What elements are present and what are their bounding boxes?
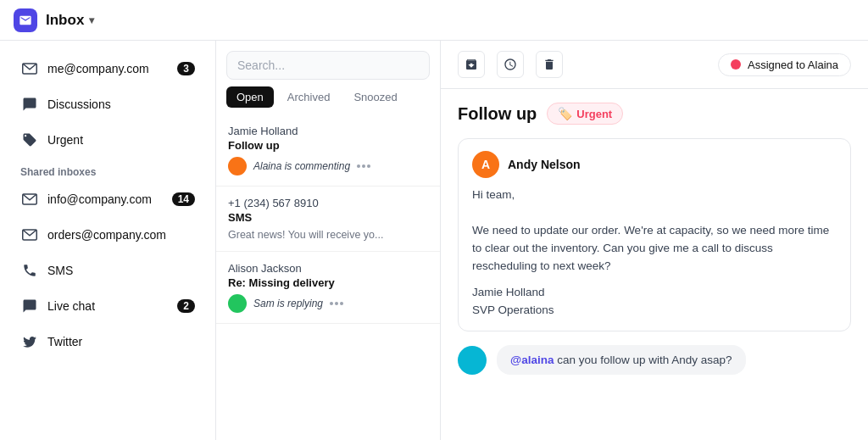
sender-row: A Andy Nelson: [472, 151, 837, 178]
mail-icon-2: [20, 190, 39, 209]
assigned-badge[interactable]: Assigned to Alaina: [718, 53, 851, 76]
status-avatar: [228, 157, 247, 175]
sidebar-badge-info-email: 14: [172, 192, 195, 206]
sidebar-label-urgent: Urgent: [47, 133, 195, 147]
sidebar-item-orders-email[interactable]: orders@company.com: [7, 218, 209, 252]
assigned-dot: [731, 59, 741, 70]
detail-subject: Follow up: [458, 104, 537, 124]
mail-icon: [20, 59, 39, 78]
delete-button[interactable]: [536, 51, 563, 78]
message-content: We need to update our order. We're at ca…: [472, 222, 837, 276]
message-list: A Andy Nelson Hi team, We need to update…: [441, 131, 868, 440]
conv-status-row: Alaina is commenting: [228, 157, 428, 175]
tab-archived[interactable]: Archived: [277, 86, 341, 108]
list-item[interactable]: +1 (234) 567 8910 SMS Great news! You wi…: [216, 187, 440, 252]
detail-header: Follow up 🏷️ Urgent: [441, 89, 868, 131]
main-layout: me@company.com 3 Discussions Urgent Shar…: [0, 41, 868, 440]
status-text: Alaina is commenting: [253, 160, 350, 172]
reply-text: @alaina can you follow up with Andy asap…: [497, 345, 746, 375]
search-container: [216, 41, 440, 86]
archive-button[interactable]: [458, 51, 485, 78]
tab-open[interactable]: Open: [226, 86, 274, 108]
conv-from: +1 (234) 567 8910: [228, 197, 428, 209]
list-item[interactable]: Alison Jackson Re: Missing delivery Sam …: [216, 252, 440, 324]
inbox-title[interactable]: Inbox ▾: [46, 12, 94, 29]
shared-inboxes-label: Shared inboxes: [0, 158, 215, 181]
filter-tabs: Open Archived Snoozed: [216, 86, 440, 114]
detail-toolbar: Assigned to Alaina: [441, 41, 868, 89]
tag-icon: [20, 131, 39, 149]
inbox-title-text: Inbox: [46, 12, 84, 29]
urgent-badge: 🏷️ Urgent: [547, 103, 623, 125]
sidebar-badge-live-chat: 2: [177, 299, 195, 313]
message-body: Hi team, We need to update our order. We…: [472, 187, 837, 319]
urgent-label: Urgent: [576, 108, 612, 120]
typing-dots: [357, 164, 370, 168]
list-item[interactable]: Jamie Holland Follow up Alaina is commen…: [216, 114, 440, 187]
sidebar-item-twitter[interactable]: Twitter: [7, 325, 209, 359]
sidebar-item-info-email[interactable]: info@company.com 14: [7, 182, 209, 216]
detail-panel: Assigned to Alaina Follow up 🏷️ Urgent A…: [441, 41, 868, 440]
sidebar-item-live-chat[interactable]: Live chat 2: [7, 289, 209, 323]
conversation-list: Jamie Holland Follow up Alaina is commen…: [216, 114, 440, 440]
message-greeting: Hi team,: [472, 187, 837, 204]
conv-from: Alison Jackson: [228, 262, 428, 275]
sidebar-label-live-chat: Live chat: [47, 299, 177, 313]
live-chat-icon: [20, 297, 39, 315]
search-input[interactable]: [226, 51, 430, 80]
conv-status-row: Sam is replying: [228, 294, 428, 313]
message-signature: Jamie Holland SVP Operations: [472, 284, 837, 320]
sidebar-label-sms: SMS: [47, 264, 195, 277]
reply-mention: @alaina: [510, 354, 554, 366]
urgent-icon: 🏷️: [558, 107, 572, 120]
status-text-2: Sam is replying: [253, 298, 323, 309]
sidebar-badge-me-email: 3: [177, 62, 195, 75]
sidebar-item-discussions[interactable]: Discussions: [7, 87, 209, 121]
chat-icon: [20, 95, 39, 114]
conv-preview: Great news! You will receive yo...: [228, 229, 428, 241]
sidebar-label-info-email: info@company.com: [47, 192, 172, 206]
sender-name: Andy Nelson: [508, 158, 581, 171]
sidebar-label-me-email: me@company.com: [47, 62, 177, 75]
sidebar-item-sms[interactable]: SMS: [7, 253, 209, 287]
typing-dots-2: [330, 302, 343, 305]
message-card: A Andy Nelson Hi team, We need to update…: [458, 138, 851, 331]
tab-snoozed[interactable]: Snoozed: [343, 86, 407, 108]
signature-name: Jamie Holland: [472, 284, 837, 302]
twitter-icon: [20, 332, 39, 351]
mail-icon-3: [20, 226, 39, 244]
conv-subject: SMS: [228, 211, 428, 224]
chevron-down-icon: ▾: [89, 14, 94, 26]
reply-avatar: [458, 346, 487, 375]
phone-icon: [20, 261, 39, 280]
sidebar-item-me-email[interactable]: me@company.com 3: [7, 52, 209, 86]
sidebar-item-urgent[interactable]: Urgent: [7, 123, 209, 157]
snooze-button[interactable]: [497, 51, 524, 78]
app-header: Inbox ▾: [0, 0, 868, 41]
conversation-panel: Open Archived Snoozed Jamie Holland Foll…: [216, 41, 441, 440]
sidebar-label-twitter: Twitter: [47, 335, 195, 348]
conv-subject: Follow up: [228, 139, 428, 152]
sidebar: me@company.com 3 Discussions Urgent Shar…: [0, 41, 216, 440]
sender-avatar: A: [472, 151, 499, 178]
reply-bubble: @alaina can you follow up with Andy asap…: [458, 342, 851, 378]
reply-content: can you follow up with Andy asap?: [557, 354, 732, 366]
conv-from: Jamie Holland: [228, 125, 428, 137]
sidebar-label-discussions: Discussions: [47, 97, 195, 111]
assigned-label: Assigned to Alaina: [748, 58, 838, 71]
inbox-icon: [14, 8, 37, 32]
sidebar-label-orders-email: orders@company.com: [47, 228, 195, 242]
conv-subject: Re: Missing delivery: [228, 276, 428, 289]
status-avatar-2: [228, 294, 247, 313]
signature-title: SVP Operations: [472, 302, 837, 320]
